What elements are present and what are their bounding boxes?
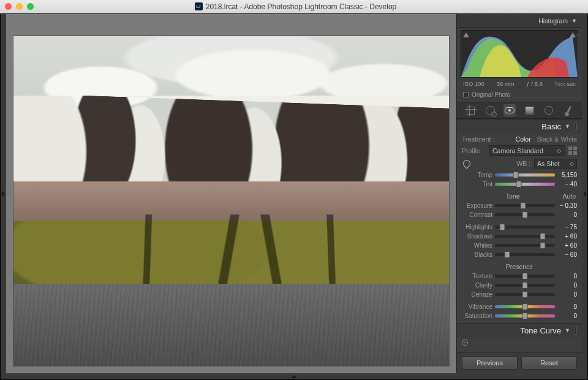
slider-label: Whites [462,242,492,249]
clarity-slider[interactable]: Clarity0 [462,281,577,290]
updown-icon: ◇ [570,161,574,167]
tone-curve-title: Tone Curve [521,326,561,335]
slider-value: − 60 [557,251,577,258]
filmstrip-toggle[interactable] [1,373,587,379]
histogram-title: Histogram [538,17,568,25]
collapse-icon: ▼ [571,18,577,24]
slider-value: 0 [557,273,577,279]
slider-label: Shadows [462,233,492,240]
tool-strip [457,102,582,119]
tint-slider[interactable]: Tint − 40 [462,180,577,189]
right-panel-toggle[interactable] [582,14,587,373]
mac-titlebar: Lr 2018.lrcat - Adobe Photoshop Lightroo… [0,0,588,13]
wb-select[interactable]: As Shot ◇ [534,159,577,169]
profile-value: Camera Standard [492,147,543,154]
collapse-icon: ▼ [565,327,570,333]
graduated-filter-tool[interactable] [523,104,535,116]
spot-removal-tool[interactable] [484,104,496,116]
slider-label: Contrast [462,211,492,218]
treatment-bw[interactable]: Black & White [537,135,577,143]
panel-footer: Previous Reset [457,352,582,373]
right-panel: Histogram ▼ ISO 100 36 mm ƒ / 5.6 ¹⁄₅₀₀ … [456,14,582,373]
wb-eyedropper-icon[interactable] [462,159,472,169]
treatment-row: Treatment : Color Black & White [462,135,577,143]
treatment-label: Treatment : [462,135,494,143]
basic-title: Basic [541,122,561,131]
slider-label: Exposure [462,202,492,209]
slider-label: Saturation [462,313,492,319]
slider-label: Temp [462,172,492,178]
treatment-color[interactable]: Color [516,135,531,143]
exif-shutter: ¹⁄₅₀₀ sec [555,80,576,87]
redeye-tool[interactable] [503,104,516,116]
exif-aperture: ƒ / 5.6 [527,80,543,87]
contrast-slider[interactable]: Contrast0 [462,210,577,219]
updown-icon: ◇ [557,148,561,154]
original-photo-checkbox[interactable] [463,92,469,97]
slider-value: + 60 [557,233,577,240]
profile-label: Profile : [462,147,485,154]
window-title: 2018.lrcat - Adobe Photoshop Lightroom C… [206,2,397,11]
temp-slider[interactable]: Temp 5,150 [462,170,577,180]
dehaze-slider[interactable]: Dehaze0 [462,290,577,299]
saturation-slider[interactable]: Saturation0 [462,311,577,321]
wb-value: As Shot [537,160,560,167]
app-icon: Lr [195,2,203,10]
slider-label: Texture [462,273,492,279]
slider-label: Clarity [462,282,492,289]
slider-value: − 75 [557,224,577,230]
app-frame: Histogram ▼ ISO 100 36 mm ƒ / 5.6 ¹⁄₅₀₀ … [0,13,588,380]
original-photo-row[interactable]: Original Photo [457,89,582,102]
exif-iso: ISO 100 [463,80,484,87]
vibrance-slider[interactable]: Vibrance0 [462,302,577,311]
shadows-slider[interactable]: Shadows+ 60 [462,232,577,241]
wb-label: WB : [475,160,530,167]
original-photo-label: Original Photo [472,91,510,98]
whites-slider[interactable]: Whites+ 60 [462,241,577,250]
previous-button[interactable]: Previous [462,356,518,370]
profile-select[interactable]: Camera Standard ◇ [489,145,565,156]
blacks-slider[interactable]: Blacks− 60 [462,250,577,259]
adjustment-brush-tool[interactable] [562,104,575,116]
tone-curve-target-row[interactable] [457,337,582,348]
slider-value: 5,150 [557,172,577,178]
reset-button[interactable]: Reset [521,356,577,370]
slider-label: Vibrance [462,303,492,310]
slider-label: Blacks [462,251,492,258]
slider-value: 0 [557,291,577,298]
presence-heading: Presence [463,263,576,270]
panel-switch[interactable] [574,326,577,335]
exif-focal: 36 mm [497,80,514,87]
image-canvas[interactable] [6,14,456,373]
tone-curve-header[interactable]: Tone Curve ▼ [457,324,582,337]
histogram-header[interactable]: Histogram ▼ [457,14,582,28]
slider-value: 0 [557,282,577,289]
crop-tool[interactable] [464,104,477,116]
slider-value: − 0.30 [557,202,577,209]
collapse-icon: ▼ [565,123,570,129]
texture-slider[interactable]: Texture0 [462,272,577,281]
slider-value: + 60 [557,242,577,249]
panel-switch[interactable] [574,122,577,131]
left-panel-toggle[interactable] [1,14,6,373]
slider-value: − 40 [557,181,577,188]
auto-button[interactable]: Auto [562,192,576,200]
target-adjustment-icon[interactable] [462,340,468,346]
exposure-slider[interactable]: Exposure− 0.30 [462,201,577,210]
histogram[interactable] [461,30,578,78]
exif-strip: ISO 100 36 mm ƒ / 5.6 ¹⁄₅₀₀ sec [457,79,582,89]
preview-image[interactable] [13,36,449,366]
radial-filter-tool[interactable] [543,104,555,116]
slider-label: Dehaze [462,291,492,298]
tone-heading: Tone [463,192,562,200]
slider-value: 0 [557,313,577,319]
basic-header[interactable]: Basic ▼ [457,120,582,133]
slider-value: 0 [557,211,577,218]
slider-label: Highlights [462,224,492,230]
slider-label: Tint [462,181,492,188]
highlights-slider[interactable]: Highlights− 75 [462,222,577,232]
slider-value: 0 [557,303,577,310]
profile-browser-icon[interactable] [568,146,577,155]
